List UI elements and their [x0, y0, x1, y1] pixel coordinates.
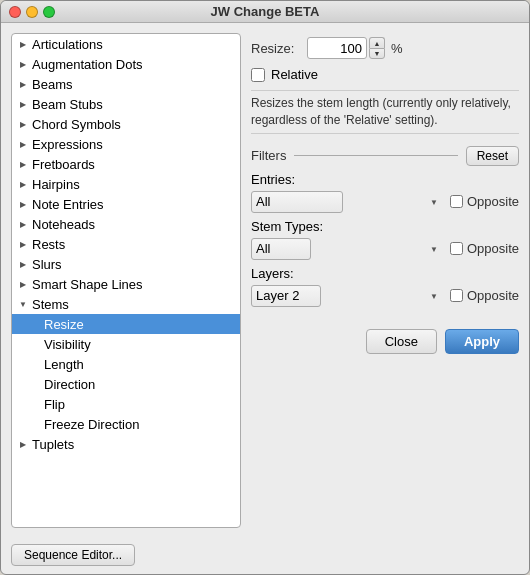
expand-icon [18, 99, 28, 109]
expand-icon [18, 299, 28, 309]
entries-select[interactable]: All Selected Unselected [251, 191, 343, 213]
filters-label: Filters [251, 148, 286, 163]
entries-opposite-checkbox[interactable] [450, 195, 463, 208]
stem-types-row: Stem Types: All Up Down [251, 219, 519, 260]
sidebar-item-beams[interactable]: Beams [12, 74, 240, 94]
main-window: JW Change BETA Articulations Augmentatio… [0, 0, 530, 575]
maximize-button[interactable] [43, 6, 55, 18]
layers-opposite-checkbox[interactable] [450, 289, 463, 302]
sidebar-item-articulations[interactable]: Articulations [12, 34, 240, 54]
close-button[interactable]: Close [366, 329, 437, 354]
right-panel: Resize: ▲ ▼ % Relative Resizes the stem … [251, 33, 519, 528]
content-area: Articulations Augmentation Dots Beams Be… [1, 23, 529, 538]
layers-select[interactable]: All Layer 1 Layer 2 Layer 3 Layer 4 [251, 285, 321, 307]
layers-select-wrapper: All Layer 1 Layer 2 Layer 3 Layer 4 [251, 285, 444, 307]
sidebar-item-rests[interactable]: Rests [12, 234, 240, 254]
sidebar-item-smart-shape-lines[interactable]: Smart Shape Lines [12, 274, 240, 294]
sequence-editor-button[interactable]: Sequence Editor... [11, 544, 135, 566]
window-title: JW Change BETA [211, 4, 320, 19]
expand-icon [18, 119, 28, 129]
bottom-buttons: Close Apply [251, 329, 519, 354]
resize-row: Resize: ▲ ▼ % [251, 37, 519, 59]
tree-panel[interactable]: Articulations Augmentation Dots Beams Be… [11, 33, 241, 528]
resize-input[interactable] [307, 37, 367, 59]
layers-label: Layers: [251, 266, 519, 281]
title-bar: JW Change BETA [1, 1, 529, 23]
filters-divider [294, 155, 457, 156]
entries-opposite-wrap: Opposite [450, 194, 519, 209]
entries-select-wrapper: All Selected Unselected [251, 191, 444, 213]
sidebar-item-tuplets[interactable]: Tuplets [12, 434, 240, 454]
expand-icon [18, 79, 28, 89]
expand-icon [18, 239, 28, 249]
expand-icon [18, 199, 28, 209]
entries-row: Entries: All Selected Unselected [251, 172, 519, 213]
sidebar-item-fretboards[interactable]: Fretboards [12, 154, 240, 174]
layers-opposite-wrap: Opposite [450, 288, 519, 303]
relative-label: Relative [271, 67, 318, 82]
resize-spinner[interactable]: ▲ ▼ [307, 37, 385, 59]
sidebar-item-stems-freeze-direction[interactable]: Freeze Direction [12, 414, 240, 434]
sidebar-item-beam-stubs[interactable]: Beam Stubs [12, 94, 240, 114]
stem-types-select[interactable]: All Up Down [251, 238, 311, 260]
stem-types-label: Stem Types: [251, 219, 519, 234]
stem-types-opposite-wrap: Opposite [450, 241, 519, 256]
layers-row: Layers: All Layer 1 Layer 2 Layer 3 Laye… [251, 266, 519, 307]
sidebar-item-stems[interactable]: Stems [12, 294, 240, 314]
expand-icon [18, 179, 28, 189]
stem-types-opposite-label: Opposite [467, 241, 519, 256]
sidebar-item-stems-length[interactable]: Length [12, 354, 240, 374]
stem-types-select-wrapper: All Up Down [251, 238, 444, 260]
window-controls [9, 6, 55, 18]
spin-down-button[interactable]: ▼ [369, 48, 385, 59]
sidebar-item-chord-symbols[interactable]: Chord Symbols [12, 114, 240, 134]
sidebar-item-noteheads[interactable]: Noteheads [12, 214, 240, 234]
expand-icon [18, 219, 28, 229]
spin-buttons: ▲ ▼ [369, 37, 385, 59]
entries-opposite-label: Opposite [467, 194, 519, 209]
resize-label: Resize: [251, 41, 301, 56]
footer: Sequence Editor... [1, 538, 529, 574]
sidebar-item-slurs[interactable]: Slurs [12, 254, 240, 274]
sidebar-item-augmentation-dots[interactable]: Augmentation Dots [12, 54, 240, 74]
expand-icon [18, 439, 28, 449]
expand-icon [18, 259, 28, 269]
sidebar-item-stems-direction[interactable]: Direction [12, 374, 240, 394]
reset-button[interactable]: Reset [466, 146, 519, 166]
entries-label: Entries: [251, 172, 519, 187]
description-text: Resizes the stem length (currently only … [251, 90, 519, 134]
sidebar-item-hairpins[interactable]: Hairpins [12, 174, 240, 194]
minimize-button[interactable] [26, 6, 38, 18]
apply-button[interactable]: Apply [445, 329, 519, 354]
sidebar-item-stems-resize[interactable]: Resize [12, 314, 240, 334]
filters-section: Filters Reset Entries: All Selected [251, 146, 519, 313]
sidebar-item-expressions[interactable]: Expressions [12, 134, 240, 154]
expand-icon [18, 279, 28, 289]
filters-header: Filters Reset [251, 146, 519, 166]
expand-icon [18, 159, 28, 169]
spin-up-button[interactable]: ▲ [369, 37, 385, 48]
expand-icon [18, 139, 28, 149]
layers-opposite-label: Opposite [467, 288, 519, 303]
sidebar-item-stems-visibility[interactable]: Visibility [12, 334, 240, 354]
stem-types-opposite-checkbox[interactable] [450, 242, 463, 255]
percent-label: % [391, 41, 403, 56]
close-button[interactable] [9, 6, 21, 18]
expand-icon [18, 39, 28, 49]
sidebar-item-note-entries[interactable]: Note Entries [12, 194, 240, 214]
relative-checkbox[interactable] [251, 68, 265, 82]
sidebar-item-stems-flip[interactable]: Flip [12, 394, 240, 414]
expand-icon [18, 59, 28, 69]
relative-row: Relative [251, 67, 519, 82]
